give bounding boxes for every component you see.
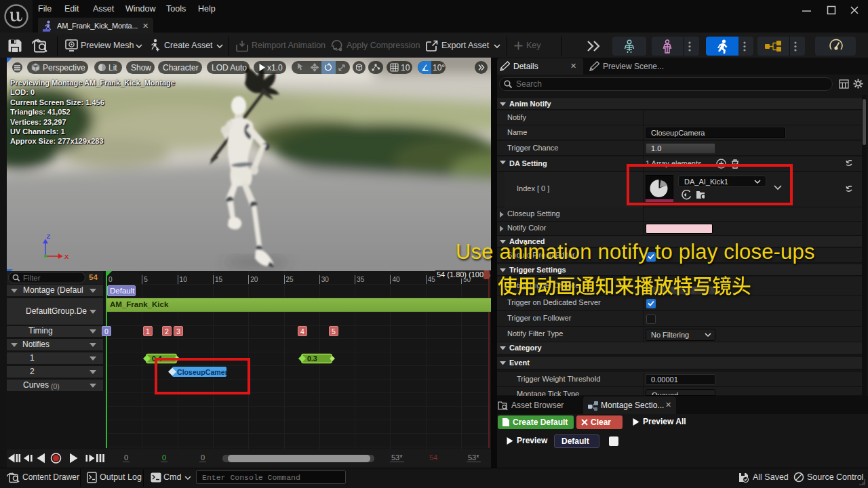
svg-text:X: X [64, 253, 69, 260]
svg-text:0.3: 0.3 [307, 354, 317, 363]
svg-text:Z: Z [47, 232, 51, 240]
